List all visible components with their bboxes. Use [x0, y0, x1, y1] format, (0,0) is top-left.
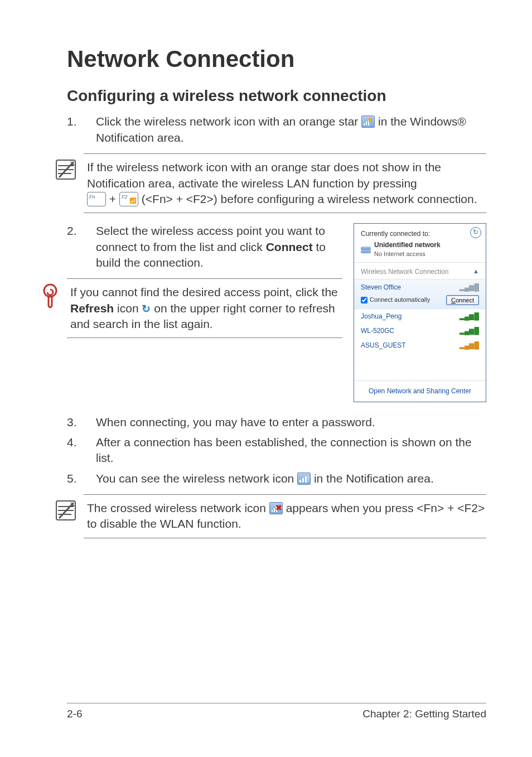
- note-box-2: The crossed wireless network icon appear…: [84, 494, 486, 538]
- bold: Connect: [266, 240, 313, 253]
- no-access-label: No Internet access: [374, 250, 441, 258]
- signal-icon: ▂▄▆█: [460, 341, 479, 350]
- currently-connected-label: Currently connected to:: [361, 229, 480, 238]
- unidentified-label: Unidentified network: [374, 240, 441, 249]
- connect-button[interactable]: Connect: [446, 295, 479, 305]
- popup-header: Currently connected to: Unidentified net…: [354, 224, 486, 263]
- note-body: If the wireless network icon with an ora…: [84, 160, 486, 207]
- step-body: Click the wireless network icon with an …: [96, 114, 486, 146]
- step-body: When connecting, you may have to enter a…: [96, 414, 486, 430]
- text: Click the wireless network icon with an …: [96, 115, 361, 128]
- wifi-name: Steven Office: [361, 283, 401, 292]
- step-body: You can see the wireless network icon in…: [96, 471, 486, 486]
- step-body: Select the wireless access point you wan…: [96, 223, 342, 271]
- tip-icon: [40, 283, 60, 310]
- open-network-center-link[interactable]: Open Network and Sharing Center: [354, 380, 486, 401]
- step-number: 5.: [67, 471, 96, 486]
- chevron-up-icon[interactable]: ▲: [473, 267, 479, 276]
- step-2: 2. Select the wireless access point you …: [67, 223, 342, 271]
- wifi-item-selected[interactable]: Steven Office ▂▄▆█ Connect automatically…: [354, 279, 486, 309]
- text: (<Fn> + <F2>) before configuring a wirel…: [142, 192, 477, 205]
- wifi-name: ASUS_GUEST: [361, 341, 406, 350]
- step-4: 4. After a connection has been establish…: [67, 435, 486, 466]
- refresh-icon: ↻: [142, 303, 151, 315]
- wifi-item[interactable]: WL-520GC▂▄▆█: [354, 324, 486, 338]
- text: If the wireless network icon with an ora…: [87, 161, 441, 189]
- text: The crossed wireless network icon: [87, 502, 269, 514]
- step-body: After a connection has been established,…: [96, 435, 486, 466]
- wireless-disabled-icon: [269, 502, 283, 514]
- note-icon: [55, 158, 77, 181]
- text: in the Notification area.: [314, 472, 434, 485]
- text: +: [109, 192, 119, 205]
- wifi-name: WL-520GC: [361, 326, 394, 335]
- step-number: 3.: [67, 414, 96, 430]
- wireless-bars-icon: [297, 472, 311, 485]
- note-icon: [55, 499, 77, 522]
- step-number: 1.: [67, 114, 96, 146]
- wifi-name: Joshua_Peng: [361, 312, 402, 321]
- page-number: 2-6: [67, 707, 82, 721]
- section-title: Configuring a wireless network connectio…: [67, 85, 486, 107]
- signal-icon: ▂▄▆█: [460, 326, 479, 335]
- f2-key-icon: F2📶: [119, 192, 138, 206]
- chapter-label: Chapter 2: Getting Started: [362, 707, 486, 721]
- fn-key-icon: Fn: [87, 192, 106, 206]
- signal-icon: ▂▄▆█: [460, 283, 479, 292]
- text: You can see the wireless network icon: [96, 472, 297, 485]
- network-icon: [361, 245, 371, 253]
- page-footer: 2-6 Chapter 2: Getting Started: [67, 703, 486, 721]
- tip-box: If you cannot find the desired access po…: [67, 278, 342, 338]
- step-5: 5. You can see the wireless network icon…: [67, 471, 486, 486]
- page-title: Network Connection: [67, 44, 486, 75]
- text: icon: [114, 302, 142, 315]
- step-3: 3. When connecting, you may have to ente…: [67, 414, 486, 430]
- connect-auto-input[interactable]: [361, 297, 367, 303]
- signal-icon: ▂▄▆█: [460, 312, 479, 321]
- note-box-1: If the wireless network icon with an ora…: [84, 153, 486, 213]
- bold: Refresh: [70, 302, 114, 315]
- step-number: 2.: [67, 223, 96, 271]
- connect-auto-checkbox[interactable]: Connect automatically: [361, 296, 430, 304]
- wifi-popup: Currently connected to: Unidentified net…: [354, 223, 486, 402]
- wireless-section-label: Wireless Network Connection ▲: [354, 263, 486, 278]
- text: If you cannot find the desired access po…: [70, 286, 338, 298]
- step-number: 4.: [67, 435, 96, 466]
- step-1: 1. Click the wireless network icon with …: [67, 114, 486, 146]
- current-network: Unidentified network No Internet access: [361, 240, 480, 258]
- wireless-star-icon: [361, 115, 375, 128]
- note-body: The crossed wireless network icon appear…: [84, 500, 486, 532]
- wifi-item[interactable]: Joshua_Peng▂▄▆█: [354, 309, 486, 324]
- wifi-item[interactable]: ASUS_GUEST▂▄▆█: [354, 338, 486, 353]
